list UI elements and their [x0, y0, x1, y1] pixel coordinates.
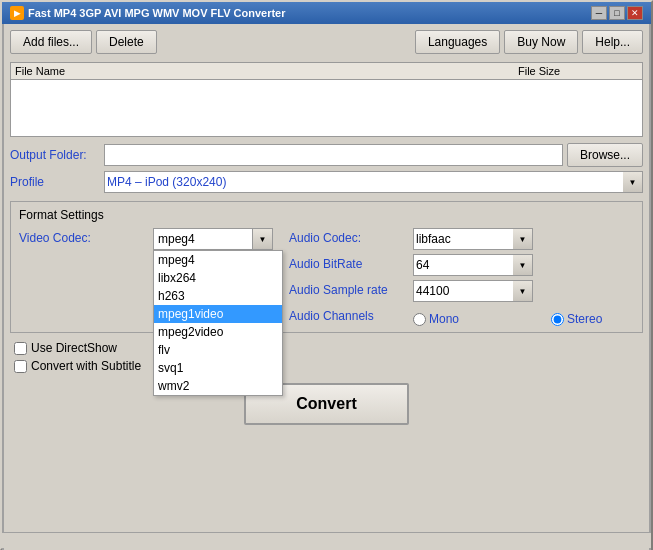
- stereo-label: Stereo: [567, 312, 602, 326]
- codec-option-mpeg2video[interactable]: mpeg2video: [154, 323, 282, 341]
- file-list-area[interactable]: File Name File Size: [10, 62, 643, 137]
- output-folder-label: Output Folder:: [10, 148, 100, 162]
- title-bar: ▶ Fast MP4 3GP AVI MPG WMV MOV FLV Conve…: [2, 2, 651, 24]
- video-codec-display[interactable]: mpeg4 ▼: [153, 228, 273, 250]
- audio-codec-row: Audio Codec: libfaac mp3 aac vorbis ▼: [289, 228, 653, 250]
- app-icon: ▶: [10, 6, 24, 20]
- audio-sample-rate-select-wrapper[interactable]: 44100 22050 11025 ▼: [413, 280, 533, 302]
- toolbar-left: Add files... Delete: [10, 30, 157, 54]
- profile-select[interactable]: MP4 – iPod (320x240) MP4 – iPhone MP4 – …: [104, 171, 643, 193]
- stereo-radio[interactable]: [551, 313, 564, 326]
- convert-btn-area: Convert: [10, 383, 643, 425]
- codec-option-wmv2[interactable]: wmv2: [154, 377, 282, 395]
- toolbar-right: Languages Buy Now Help...: [415, 30, 643, 54]
- title-bar-text: ▶ Fast MP4 3GP AVI MPG WMV MOV FLV Conve…: [10, 6, 286, 20]
- profile-row: Profile MP4 – iPod (320x240) MP4 – iPhon…: [10, 171, 643, 193]
- codec-option-flv[interactable]: flv: [154, 341, 282, 359]
- format-settings: Format Settings Video Codec: mpeg4 ▼: [10, 201, 643, 333]
- output-folder-input[interactable]: [104, 144, 563, 166]
- use-directshow-label: Use DirectShow: [31, 341, 117, 355]
- video-codec-dropdown-container: mpeg4 ▼ mpeg4 libx264 h263 mpeg1video mp…: [153, 228, 273, 250]
- languages-button[interactable]: Languages: [415, 30, 500, 54]
- col-file-size: File Size: [518, 65, 638, 77]
- audio-sample-rate-select[interactable]: 44100 22050 11025: [413, 280, 533, 302]
- audio-codec-select-wrapper[interactable]: libfaac mp3 aac vorbis ▼: [413, 228, 533, 250]
- mono-radio-label[interactable]: Mono: [413, 309, 543, 326]
- close-button[interactable]: ✕: [627, 6, 643, 20]
- video-codec-value: mpeg4: [154, 232, 252, 246]
- minimize-button[interactable]: ─: [591, 6, 607, 20]
- codec-option-mpeg4[interactable]: mpeg4: [154, 251, 282, 269]
- file-list-header: File Name File Size: [11, 63, 642, 80]
- use-directshow-row: Use DirectShow: [14, 341, 643, 355]
- toolbar: Add files... Delete Languages Buy Now He…: [10, 30, 643, 54]
- codec-option-svq1[interactable]: svq1: [154, 359, 282, 377]
- format-grid: Video Codec: mpeg4 ▼ mpeg4 libx264 h263 …: [19, 228, 634, 326]
- audio-codec-select[interactable]: libfaac mp3 aac vorbis: [413, 228, 533, 250]
- main-window: Add files... Delete Languages Buy Now He…: [2, 24, 651, 550]
- audio-channels-row: Audio Channels Mono Stereo: [289, 306, 653, 326]
- buy-now-button[interactable]: Buy Now: [504, 30, 578, 54]
- output-folder-row: Output Folder: Browse...: [10, 143, 643, 167]
- convert-subtitle-checkbox[interactable]: [14, 360, 27, 373]
- video-codec-list[interactable]: mpeg4 libx264 h263 mpeg1video mpeg2video…: [153, 250, 283, 396]
- video-codec-label: Video Codec:: [19, 228, 149, 245]
- delete-button[interactable]: Delete: [96, 30, 157, 54]
- audio-channels-group: Mono Stereo: [413, 306, 653, 326]
- format-left-col: Video Codec: mpeg4 ▼ mpeg4 libx264 h263 …: [19, 228, 273, 326]
- profile-select-wrapper[interactable]: MP4 – iPod (320x240) MP4 – iPhone MP4 – …: [104, 171, 643, 193]
- codec-option-mpeg1video[interactable]: mpeg1video: [154, 305, 282, 323]
- audio-sample-rate-row: Audio Sample rate 44100 22050 11025 ▼: [289, 280, 653, 302]
- convert-subtitle-row: Convert with Subtitle: [14, 359, 643, 373]
- browse-button[interactable]: Browse...: [567, 143, 643, 167]
- audio-channels-label: Audio Channels: [289, 306, 409, 323]
- audio-bitrate-label: Audio BitRate: [289, 254, 409, 271]
- video-codec-arrow: ▼: [252, 229, 272, 249]
- format-settings-title: Format Settings: [19, 208, 634, 222]
- col-file-name: File Name: [15, 65, 518, 77]
- title-controls: ─ □ ✕: [591, 6, 643, 20]
- audio-codec-label: Audio Codec:: [289, 228, 409, 245]
- codec-option-libx264[interactable]: libx264: [154, 269, 282, 287]
- audio-bitrate-row: Audio BitRate 64 128 192 256 ▼: [289, 254, 653, 276]
- codec-option-h263[interactable]: h263: [154, 287, 282, 305]
- profile-label: Profile: [10, 175, 100, 189]
- help-button[interactable]: Help...: [582, 30, 643, 54]
- format-right-col: Audio Codec: libfaac mp3 aac vorbis ▼: [289, 228, 653, 326]
- file-list-body[interactable]: [11, 80, 642, 136]
- audio-bitrate-select-wrapper[interactable]: 64 128 192 256 ▼: [413, 254, 533, 276]
- video-codec-row: Video Codec: mpeg4 ▼ mpeg4 libx264 h263 …: [19, 228, 273, 250]
- mono-radio[interactable]: [413, 313, 426, 326]
- audio-bitrate-select[interactable]: 64 128 192 256: [413, 254, 533, 276]
- add-files-button[interactable]: Add files...: [10, 30, 92, 54]
- convert-subtitle-label: Convert with Subtitle: [31, 359, 141, 373]
- statusbar: [2, 532, 651, 548]
- checkboxes-area: Use DirectShow Convert with Subtitle: [10, 341, 643, 373]
- stereo-radio-label[interactable]: Stereo: [551, 309, 653, 326]
- maximize-button[interactable]: □: [609, 6, 625, 20]
- audio-sample-rate-label: Audio Sample rate: [289, 280, 409, 297]
- mono-label: Mono: [429, 312, 459, 326]
- use-directshow-checkbox[interactable]: [14, 342, 27, 355]
